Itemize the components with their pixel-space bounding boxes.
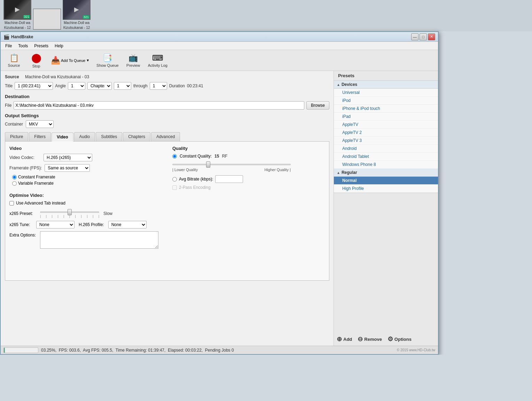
- avg-bitrate-radio[interactable]: [172, 177, 177, 182]
- activity-log-button[interactable]: ⌨ Activity Log: [145, 51, 170, 70]
- avg-bitrate-label: Avg Bitrate (kbps):: [179, 177, 213, 182]
- codec-select[interactable]: H.265 (x265): [44, 154, 92, 161]
- preset-android[interactable]: Android: [334, 145, 438, 153]
- thumbnail-group-1[interactable]: ▶ 321 Machine-Doll wa Kizutsukanai - 12: [3, 0, 31, 30]
- tab-video[interactable]: Video: [52, 133, 73, 142]
- menu-presets[interactable]: Presets: [31, 43, 51, 49]
- thumb-label-3: Machine-Doll wa: [64, 21, 89, 25]
- variable-framerate-radio[interactable]: [12, 181, 17, 186]
- rf-unit: RF: [222, 154, 227, 159]
- preset-ipad[interactable]: iPad: [334, 113, 438, 121]
- status-fps: FPS: 003.6: [59, 348, 80, 353]
- menubar: File Tools Presets Help: [1, 42, 438, 50]
- use-advanced-checkbox[interactable]: [9, 201, 14, 206]
- preview-icon: 📺: [128, 54, 138, 63]
- chapter-to-select[interactable]: 1: [150, 82, 167, 90]
- preset-group-devices: ▲ Devices Universal iPod iPhone & iPod t…: [334, 81, 438, 169]
- preset-high-profile[interactable]: High Profile: [334, 185, 438, 193]
- video-right-col: Quality Constant Quality: 15 RF | Lower …: [172, 146, 325, 249]
- fps-select[interactable]: Same as source: [45, 164, 90, 172]
- title-select[interactable]: 1 (00:23:41): [15, 82, 53, 90]
- thumbnail-2[interactable]: [33, 9, 61, 30]
- preset-universal[interactable]: Universal: [334, 89, 438, 97]
- duration-value: 00:23:41: [187, 83, 203, 88]
- preset-appletv2[interactable]: AppleTV 2: [334, 129, 438, 137]
- rf-value: 15: [214, 154, 219, 159]
- preview-button[interactable]: 📺 Preview: [123, 51, 144, 70]
- chapter-from-select[interactable]: 1: [114, 82, 131, 90]
- preset-ipod[interactable]: iPod: [334, 97, 438, 105]
- tab-subtitles[interactable]: Subtitles: [96, 132, 122, 141]
- devices-group-header[interactable]: ▲ Devices: [334, 81, 438, 89]
- tab-audio[interactable]: Audio: [74, 132, 95, 141]
- constant-quality-radio[interactable]: [172, 154, 177, 159]
- tab-chapters[interactable]: Chapters: [123, 132, 150, 141]
- menu-help[interactable]: Help: [52, 43, 66, 49]
- preset-appletv3[interactable]: AppleTV 3: [334, 137, 438, 145]
- tab-picture[interactable]: Picture: [5, 132, 28, 141]
- menu-file[interactable]: File: [2, 43, 15, 49]
- presets-actions: ⊕ Add ⊖ Remove ⚙ Options: [337, 335, 412, 343]
- presets-panel: Presets ▲ Devices Universal iPod iPhone …: [334, 71, 438, 346]
- options-button[interactable]: ⚙ Options: [388, 335, 412, 343]
- use-advanced-label: Use Advanced Tab instead: [16, 201, 65, 206]
- status-time-remaining: Time Remaining: 01:39:47: [116, 348, 164, 353]
- thumbnail-group-3[interactable]: ▶ 321 Machine-Doll wa Kizutsukanai - 12: [63, 0, 91, 30]
- extra-options-input[interactable]: [40, 231, 158, 249]
- angle-select[interactable]: 1: [68, 82, 85, 90]
- add-preset-button[interactable]: ⊕ Add: [337, 335, 352, 343]
- close-button[interactable]: ✕: [428, 33, 435, 40]
- thumbnail-1[interactable]: ▶ 321: [3, 0, 31, 20]
- source-button[interactable]: 📋 Source: [3, 51, 24, 70]
- regular-group-header[interactable]: ▲ Regular: [334, 169, 438, 177]
- constant-framerate-radio[interactable]: [12, 175, 17, 179]
- tab-filters[interactable]: Filters: [29, 132, 51, 141]
- status-elapsed: Elapsed: 00:03:22: [168, 348, 202, 353]
- twopass-checkbox[interactable]: [172, 185, 177, 190]
- output-settings-header: Output Settings: [5, 113, 329, 118]
- add-to-queue-button[interactable]: 📥 Add To Queue ▼: [48, 51, 92, 70]
- profile-select[interactable]: None: [108, 221, 147, 228]
- tune-select[interactable]: None: [36, 221, 75, 228]
- status-text: 03.25%, FPS: 003.6, Avg FPS: 005.5, Time…: [41, 348, 234, 353]
- left-panel: Source Machine-Doll wa Kizutsukanai - 03…: [1, 71, 334, 346]
- twopass-label: 2-Pass Encoding: [179, 185, 211, 190]
- use-advanced-row: Use Advanced Tab instead: [9, 201, 162, 206]
- toolbar: 📋 Source ⬤ Stop 📥 Add To Queue ▼ 📑 Show …: [1, 50, 438, 71]
- title-chapters-row: Title 1 (00:23:41) Angle 1 Chapters 1 th…: [5, 82, 329, 90]
- variable-framerate-row: Variable Framerate: [12, 181, 162, 186]
- thumb-badge-1: 321: [23, 15, 30, 18]
- file-input[interactable]: [14, 101, 304, 110]
- thumbnail-bar: ▶ 321 Machine-Doll wa Kizutsukanai - 12 …: [0, 0, 532, 31]
- menu-tools[interactable]: Tools: [15, 43, 31, 49]
- browse-button[interactable]: Browse: [306, 101, 329, 110]
- stop-button[interactable]: ⬤ Stop: [26, 51, 47, 70]
- container-select[interactable]: MKV: [26, 120, 54, 128]
- x265-preset-slider[interactable]: [40, 211, 99, 213]
- options-icon: ⚙: [388, 335, 393, 343]
- bitrate-input[interactable]: [215, 175, 243, 183]
- preset-iphone-ipod[interactable]: iPhone & iPod touch: [334, 105, 438, 113]
- tabs: Picture Filters Video Audio Subtitles Ch…: [5, 132, 329, 142]
- angle-label: Angle: [55, 83, 66, 88]
- preset-appletv[interactable]: AppleTV: [334, 121, 438, 129]
- x265-preset-row: x265 Preset: | | | | | |: [9, 209, 162, 218]
- preset-android-tablet[interactable]: Android Tablet: [334, 153, 438, 161]
- source-value: Machine-Doll wa Kizutsukanai - 03: [25, 74, 89, 79]
- quality-slider[interactable]: [172, 164, 291, 165]
- chapters-select[interactable]: Chapters: [87, 82, 112, 90]
- preset-normal[interactable]: Normal: [334, 177, 438, 185]
- preset-windows-phone[interactable]: Windows Phone 8: [334, 161, 438, 169]
- thumbnail-3[interactable]: ▶ 321: [63, 0, 91, 20]
- variable-framerate-label: Variable Framerate: [18, 181, 54, 186]
- thumbnail-group-2[interactable]: [33, 9, 61, 30]
- maximize-button[interactable]: □: [420, 33, 427, 40]
- avg-bitrate-row: Avg Bitrate (kbps):: [172, 175, 325, 183]
- tab-advanced[interactable]: Advanced: [151, 132, 180, 141]
- remove-preset-button[interactable]: ⊖ Remove: [358, 335, 382, 343]
- duration-label: Duration: [169, 83, 185, 88]
- minimize-button[interactable]: —: [411, 33, 418, 40]
- tab-content: Video Video Codec: H.265 (x265) Framerat…: [5, 142, 329, 281]
- show-queue-button[interactable]: 📑 Show Queue: [94, 51, 122, 70]
- file-label: File: [5, 103, 11, 108]
